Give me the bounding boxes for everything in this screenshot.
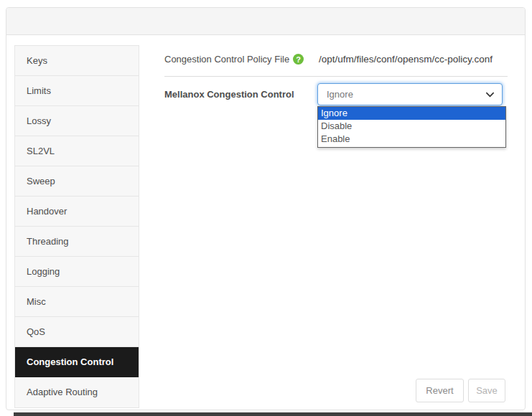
select-dropdown-list: Ignore Disable Enable [317, 106, 506, 148]
sidebar-item-keys[interactable]: Keys [15, 46, 139, 76]
settings-sidebar: Keys Limits Lossy SL2VL Sweep Handover T… [14, 45, 139, 408]
sidebar-item-sl2vl[interactable]: SL2VL [15, 136, 139, 166]
sidebar-item-limits[interactable]: Limits [15, 76, 139, 106]
sidebar-item-congestion-control[interactable]: Congestion Control [15, 347, 139, 377]
save-button[interactable]: Save [468, 379, 505, 402]
chevron-down-icon [485, 90, 495, 99]
sidebar-item-qos[interactable]: QoS [15, 317, 139, 347]
row-divider [164, 76, 508, 77]
sidebar-item-logging[interactable]: Logging [15, 257, 139, 287]
sidebar-item-adaptive-routing[interactable]: Adaptive Routing [15, 377, 139, 407]
sidebar-item-threading[interactable]: Threading [15, 227, 139, 257]
bottom-dark-strip [14, 412, 532, 416]
dropdown-option-disable[interactable]: Disable [318, 120, 505, 133]
dropdown-option-enable[interactable]: Enable [318, 133, 505, 146]
policy-file-label-row: Congestion Control Policy File ? [164, 54, 304, 65]
sidebar-item-lossy[interactable]: Lossy [15, 106, 139, 136]
sidebar-item-misc[interactable]: Misc [15, 287, 139, 317]
congestion-control-select[interactable]: Ignore [317, 83, 503, 105]
policy-file-value: /opt/ufm/files/conf/opensm/cc-policy.con… [319, 54, 493, 65]
congestion-control-label: Mellanox Congestion Control [164, 89, 294, 100]
sidebar-item-sweep[interactable]: Sweep [15, 166, 139, 197]
panel-header [6, 8, 525, 35]
select-selected-value: Ignore [327, 89, 485, 100]
dropdown-option-ignore[interactable]: Ignore [318, 107, 505, 120]
settings-panel: Keys Limits Lossy SL2VL Sweep Handover T… [6, 7, 526, 410]
revert-button[interactable]: Revert [416, 379, 464, 402]
policy-file-label: Congestion Control Policy File [164, 54, 289, 65]
sidebar-item-handover[interactable]: Handover [15, 197, 139, 227]
question-mark-circle-icon[interactable]: ? [293, 54, 304, 65]
